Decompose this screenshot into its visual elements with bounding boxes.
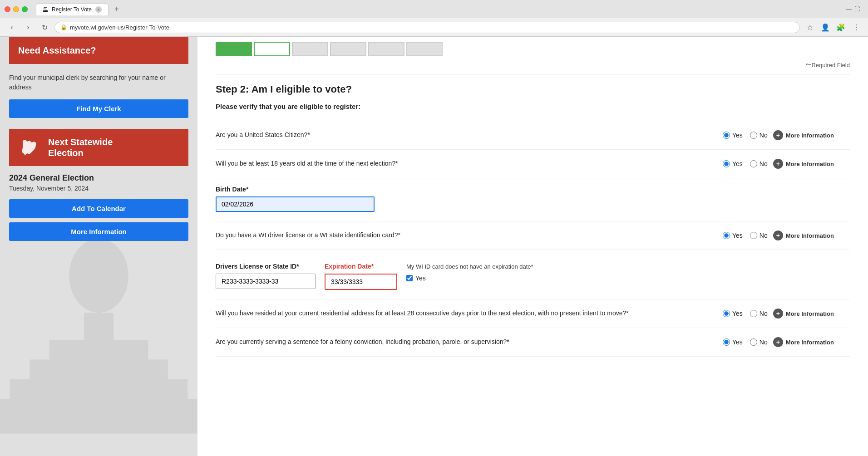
expiration-date-label: Expiration Date* (325, 263, 397, 270)
residence-more-info-button[interactable]: + More Information (773, 309, 834, 319)
election-title-line1: Next Statewide (48, 137, 113, 147)
active-tab[interactable]: 🗳 Register To Vote × (36, 3, 108, 15)
browser-tab-bar: 🗳 Register To Vote × + (31, 3, 824, 15)
license-number-field: Drivers License or State ID* (216, 263, 316, 289)
tab-close-icon[interactable]: × (95, 6, 102, 13)
tab-title: Register To Vote (52, 6, 92, 13)
browser-toolbar-icons: ☆ 👤 🧩 ⋮ (804, 21, 863, 34)
progress-tab-4 (330, 42, 366, 56)
progress-tab-6 (406, 42, 443, 56)
refresh-button[interactable]: ↻ (38, 21, 51, 34)
sidebar-more-info-button[interactable]: More Information (9, 222, 188, 241)
address-bar[interactable]: 🔒 myvote.wi.gov/en-us/Register-To-Vote (54, 22, 800, 33)
license-fields-section: Drivers License or State ID* Expiration … (216, 250, 850, 299)
sidebar-content: Need Assistance? Find your municipal cle… (0, 37, 197, 255)
no-expiry-checkbox-label[interactable]: Yes (406, 275, 533, 282)
step-title: Step 2: Am I eligible to vote? (216, 83, 850, 95)
felony-more-info-button[interactable]: + More Information (773, 337, 834, 347)
age18-no-radio[interactable] (750, 160, 757, 167)
find-clerk-button[interactable]: Find My Clerk (9, 99, 188, 118)
residence-yes-radio[interactable] (723, 310, 730, 317)
svg-rect-6 (95, 256, 102, 280)
residence-yes-label[interactable]: Yes (723, 310, 743, 317)
svg-rect-5 (0, 399, 197, 433)
age18-yes-label[interactable]: Yes (723, 160, 743, 167)
license-fields-row: Drivers License or State ID* Expiration … (216, 263, 850, 290)
window-maximize-icon[interactable]: ⛶ (854, 6, 860, 12)
traffic-lights (5, 6, 28, 12)
main-content: *=Required Field Step 2: Am I eligible t… (197, 37, 868, 456)
license-no-label[interactable]: No (750, 232, 768, 239)
menu-icon[interactable]: ⋮ (850, 21, 863, 34)
add-calendar-button[interactable]: Add To Calendar (9, 199, 188, 218)
felony-question-text: Are you currently serving a sentence for… (216, 337, 714, 347)
license-question-controls: Yes No + More Information (723, 230, 850, 240)
assistance-card: Need Assistance? (9, 37, 188, 64)
bookmarks-icon[interactable]: ☆ (804, 21, 816, 34)
no-expiry-label: My WI ID card does not have an expiratio… (406, 263, 533, 271)
license-yes-label[interactable]: Yes (723, 232, 743, 239)
progress-tab-1[interactable] (216, 42, 252, 56)
residence-question-text: Will you have resided at your current re… (216, 309, 714, 318)
birth-date-label: Birth Date* (216, 186, 850, 193)
citizen-yes-label[interactable]: Yes (723, 132, 743, 139)
age18-no-label[interactable]: No (750, 160, 768, 167)
page-wrapper: Need Assistance? Find your municipal cle… (0, 37, 868, 456)
assistance-title: Need Assistance? (18, 45, 179, 56)
extensions-icon[interactable]: 🧩 (834, 21, 847, 34)
felony-no-label[interactable]: No (750, 338, 768, 346)
age18-yes-radio[interactable] (723, 160, 730, 167)
step-subtitle: Please verify that you are eligible to r… (216, 103, 850, 110)
minimize-button[interactable] (13, 6, 19, 12)
license-more-info-button[interactable]: + More Information (773, 230, 834, 240)
residence-no-label[interactable]: No (750, 310, 768, 317)
maximize-button[interactable] (22, 6, 28, 12)
citizen-more-info-label: More Information (786, 132, 834, 139)
license-yes-text: Yes (732, 232, 743, 239)
profile-icon[interactable]: 👤 (819, 21, 832, 34)
felony-yes-text: Yes (732, 338, 743, 346)
age18-question-text: Will you be at least 18 years old at the… (216, 159, 714, 168)
election-card: Next Statewide Election (9, 129, 188, 166)
citizen-question-text: Are you a United States Citizen?* (216, 130, 714, 140)
age18-more-info-icon: + (773, 159, 783, 169)
lock-icon: 🔒 (60, 24, 67, 30)
citizen-no-radio[interactable] (750, 132, 757, 139)
new-tab-button[interactable]: + (110, 3, 123, 15)
age18-more-info-button[interactable]: + More Information (773, 159, 834, 169)
residence-more-info-icon: + (773, 309, 783, 319)
back-button[interactable]: ‹ (5, 21, 18, 34)
window-minimize-icon[interactable]: — (846, 6, 852, 12)
birth-date-input[interactable] (216, 196, 375, 212)
license-more-info-icon: + (773, 230, 783, 240)
age18-question-row: Will you be at least 18 years old at the… (216, 150, 850, 178)
felony-no-radio[interactable] (750, 338, 757, 346)
license-yes-radio[interactable] (723, 232, 730, 239)
citizen-no-text: No (760, 132, 768, 139)
license-number-label: Drivers License or State ID* (216, 263, 316, 270)
citizen-more-info-button[interactable]: + More Information (773, 130, 834, 140)
age18-question-controls: Yes No + More Information (723, 159, 850, 169)
expiration-date-input[interactable] (325, 274, 397, 290)
license-no-radio[interactable] (750, 232, 757, 239)
progress-tab-3 (292, 42, 328, 56)
felony-more-info-label: More Information (786, 339, 834, 346)
felony-question-row: Are you currently serving a sentence for… (216, 328, 850, 357)
license-no-text: No (760, 232, 768, 239)
citizen-no-label[interactable]: No (750, 132, 768, 139)
residence-no-radio[interactable] (750, 310, 757, 317)
felony-yes-label[interactable]: Yes (723, 338, 743, 346)
residence-yes-text: Yes (732, 310, 743, 317)
close-button[interactable] (5, 6, 10, 12)
citizen-yes-text: Yes (732, 132, 743, 139)
no-expiry-checkbox[interactable] (406, 275, 413, 281)
citizen-radio-group: Yes No (723, 132, 768, 139)
license-number-input[interactable] (216, 274, 316, 289)
forward-button[interactable]: › (22, 21, 35, 34)
browser-chrome: 🗳 Register To Vote × + — ⛶ ‹ › ↻ 🔒 myvot… (0, 0, 868, 37)
felony-yes-radio[interactable] (723, 338, 730, 346)
progress-tab-2[interactable] (254, 42, 290, 56)
citizen-yes-radio[interactable] (723, 132, 730, 139)
browser-titlebar: 🗳 Register To Vote × + — ⛶ (0, 0, 868, 18)
felony-no-text: No (760, 338, 768, 346)
